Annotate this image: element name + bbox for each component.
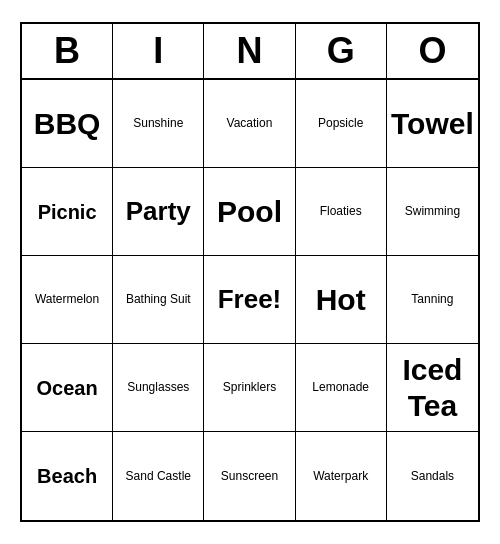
cell-text: Lemonade: [312, 380, 369, 394]
header-letter: I: [113, 24, 204, 78]
bingo-grid: BBQSunshineVacationPopsicleTowelPicnicPa…: [22, 80, 478, 520]
cell-r4-c2: Sunscreen: [204, 432, 295, 520]
bingo-card: BINGO BBQSunshineVacationPopsicleTowelPi…: [20, 22, 480, 522]
cell-r4-c1: Sand Castle: [113, 432, 204, 520]
header-letter: B: [22, 24, 113, 78]
header-letter: G: [296, 24, 387, 78]
cell-r2-c0: Watermelon: [22, 256, 113, 344]
cell-r1-c2: Pool: [204, 168, 295, 256]
cell-r1-c3: Floaties: [296, 168, 387, 256]
cell-text: Iced Tea: [391, 352, 474, 424]
cell-r2-c3: Hot: [296, 256, 387, 344]
cell-text: Picnic: [38, 200, 97, 224]
cell-r4-c4: Sandals: [387, 432, 478, 520]
cell-text: Pool: [217, 194, 282, 230]
cell-text: Party: [126, 196, 191, 227]
cell-text: Beach: [37, 464, 97, 488]
cell-text: Tanning: [411, 292, 453, 306]
cell-r3-c3: Lemonade: [296, 344, 387, 432]
cell-r4-c3: Waterpark: [296, 432, 387, 520]
cell-r3-c4: Iced Tea: [387, 344, 478, 432]
cell-r3-c2: Sprinklers: [204, 344, 295, 432]
cell-text: Sunscreen: [221, 469, 278, 483]
cell-r3-c1: Sunglasses: [113, 344, 204, 432]
cell-text: Popsicle: [318, 116, 363, 130]
cell-text: Free!: [218, 284, 282, 315]
cell-r0-c4: Towel: [387, 80, 478, 168]
cell-text: Ocean: [37, 376, 98, 400]
cell-text: Vacation: [227, 116, 273, 130]
cell-text: Sand Castle: [126, 469, 191, 483]
cell-text: BBQ: [34, 106, 101, 142]
cell-r3-c0: Ocean: [22, 344, 113, 432]
cell-text: Watermelon: [35, 292, 99, 306]
cell-r1-c0: Picnic: [22, 168, 113, 256]
header-letter: N: [204, 24, 295, 78]
cell-text: Sunglasses: [127, 380, 189, 394]
cell-r0-c2: Vacation: [204, 80, 295, 168]
cell-text: Swimming: [405, 204, 460, 218]
bingo-header: BINGO: [22, 24, 478, 80]
cell-r0-c0: BBQ: [22, 80, 113, 168]
cell-r0-c1: Sunshine: [113, 80, 204, 168]
cell-text: Sandals: [411, 469, 454, 483]
cell-text: Sunshine: [133, 116, 183, 130]
cell-text: Hot: [316, 282, 366, 318]
cell-r2-c1: Bathing Suit: [113, 256, 204, 344]
cell-r0-c3: Popsicle: [296, 80, 387, 168]
cell-text: Floaties: [320, 204, 362, 218]
cell-text: Waterpark: [313, 469, 368, 483]
cell-r2-c4: Tanning: [387, 256, 478, 344]
cell-r2-c2: Free!: [204, 256, 295, 344]
cell-r1-c1: Party: [113, 168, 204, 256]
cell-text: Bathing Suit: [126, 292, 191, 306]
cell-r1-c4: Swimming: [387, 168, 478, 256]
cell-r4-c0: Beach: [22, 432, 113, 520]
header-letter: O: [387, 24, 478, 78]
cell-text: Sprinklers: [223, 380, 276, 394]
cell-text: Towel: [391, 106, 474, 142]
